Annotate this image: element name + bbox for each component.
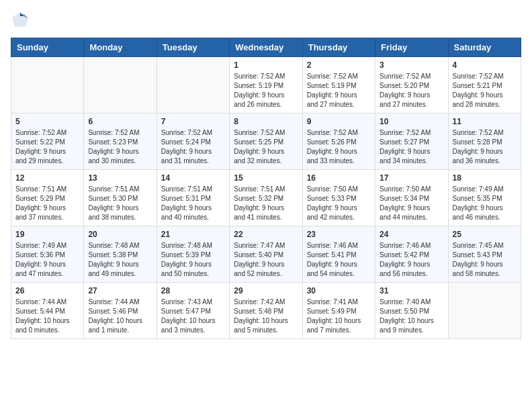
day-info: Sunrise: 7:52 AM Sunset: 5:26 PM Dayligh…: [307, 128, 371, 166]
day-number: 8: [234, 117, 298, 126]
day-info: Sunrise: 7:51 AM Sunset: 5:32 PM Dayligh…: [234, 185, 298, 222]
logo: [11, 11, 34, 30]
calendar-cell: 1Sunrise: 7:52 AM Sunset: 5:19 PM Daylig…: [230, 57, 302, 113]
calendar-cell: 4Sunrise: 7:52 AM Sunset: 5:21 PM Daylig…: [448, 57, 521, 113]
calendar-cell: 7Sunrise: 7:52 AM Sunset: 5:24 PM Daylig…: [157, 113, 229, 170]
day-number: 19: [15, 230, 79, 239]
calendar-cell: 8Sunrise: 7:52 AM Sunset: 5:25 PM Daylig…: [230, 113, 302, 170]
day-info: Sunrise: 7:51 AM Sunset: 5:31 PM Dayligh…: [161, 185, 225, 222]
day-info: Sunrise: 7:44 AM Sunset: 5:44 PM Dayligh…: [15, 298, 79, 335]
day-number: 1: [234, 60, 298, 70]
day-number: 22: [234, 230, 298, 239]
day-number: 7: [161, 117, 225, 126]
day-number: 5: [15, 117, 79, 126]
day-info: Sunrise: 7:52 AM Sunset: 5:27 PM Dayligh…: [380, 128, 443, 166]
day-info: Sunrise: 7:52 AM Sunset: 5:21 PM Dayligh…: [453, 72, 517, 109]
day-info: Sunrise: 7:48 AM Sunset: 5:38 PM Dayligh…: [88, 241, 152, 279]
day-info: Sunrise: 7:52 AM Sunset: 5:23 PM Dayligh…: [88, 128, 152, 166]
day-info: Sunrise: 7:45 AM Sunset: 5:43 PM Dayligh…: [453, 241, 517, 279]
day-info: Sunrise: 7:41 AM Sunset: 5:49 PM Dayligh…: [307, 298, 371, 335]
day-info: Sunrise: 7:43 AM Sunset: 5:47 PM Dayligh…: [161, 298, 225, 335]
day-info: Sunrise: 7:51 AM Sunset: 5:30 PM Dayligh…: [88, 185, 152, 222]
day-number: 31: [380, 286, 443, 295]
day-number: 30: [307, 286, 371, 295]
day-number: 11: [453, 117, 517, 126]
page-header: [11, 11, 521, 30]
calendar-cell: 14Sunrise: 7:51 AM Sunset: 5:31 PM Dayli…: [157, 170, 229, 226]
calendar-header-row: SundayMondayTuesdayWednesdayThursdayFrid…: [11, 38, 521, 57]
day-info: Sunrise: 7:52 AM Sunset: 5:28 PM Dayligh…: [453, 128, 517, 166]
day-number: 4: [453, 60, 517, 70]
calendar-cell: 15Sunrise: 7:51 AM Sunset: 5:32 PM Dayli…: [230, 170, 302, 226]
calendar-day-header: Thursday: [302, 38, 375, 57]
day-number: 24: [380, 230, 443, 239]
day-info: Sunrise: 7:52 AM Sunset: 5:24 PM Dayligh…: [161, 128, 225, 166]
calendar-cell: 17Sunrise: 7:50 AM Sunset: 5:34 PM Dayli…: [375, 170, 448, 226]
day-info: Sunrise: 7:52 AM Sunset: 5:20 PM Dayligh…: [380, 72, 443, 109]
calendar-cell: 27Sunrise: 7:44 AM Sunset: 5:46 PM Dayli…: [84, 283, 157, 339]
day-info: Sunrise: 7:49 AM Sunset: 5:36 PM Dayligh…: [15, 241, 79, 279]
calendar-cell: 3Sunrise: 7:52 AM Sunset: 5:20 PM Daylig…: [375, 57, 448, 113]
calendar-day-header: Wednesday: [230, 38, 302, 57]
day-info: Sunrise: 7:49 AM Sunset: 5:35 PM Dayligh…: [453, 185, 517, 222]
calendar-day-header: Friday: [375, 38, 448, 57]
calendar-cell: 30Sunrise: 7:41 AM Sunset: 5:49 PM Dayli…: [302, 283, 375, 339]
calendar-day-header: Tuesday: [157, 38, 229, 57]
calendar-cell: 26Sunrise: 7:44 AM Sunset: 5:44 PM Dayli…: [11, 283, 84, 339]
day-number: 27: [88, 286, 152, 295]
day-number: 2: [307, 60, 371, 70]
calendar-day-header: Saturday: [448, 38, 521, 57]
day-number: 3: [380, 60, 443, 70]
day-number: 6: [88, 117, 152, 126]
day-info: Sunrise: 7:40 AM Sunset: 5:50 PM Dayligh…: [380, 298, 443, 335]
day-number: 9: [307, 117, 371, 126]
calendar-cell: 20Sunrise: 7:48 AM Sunset: 5:38 PM Dayli…: [84, 226, 157, 283]
day-number: 17: [380, 173, 443, 183]
calendar-cell: 18Sunrise: 7:49 AM Sunset: 5:35 PM Dayli…: [448, 170, 521, 226]
calendar-cell: 25Sunrise: 7:45 AM Sunset: 5:43 PM Dayli…: [448, 226, 521, 283]
calendar-cell: 22Sunrise: 7:47 AM Sunset: 5:40 PM Dayli…: [230, 226, 302, 283]
day-info: Sunrise: 7:47 AM Sunset: 5:40 PM Dayligh…: [234, 241, 298, 279]
day-info: Sunrise: 7:46 AM Sunset: 5:42 PM Dayligh…: [380, 241, 443, 279]
day-number: 15: [234, 173, 298, 183]
day-number: 26: [15, 286, 79, 295]
day-info: Sunrise: 7:46 AM Sunset: 5:41 PM Dayligh…: [307, 241, 371, 279]
day-info: Sunrise: 7:48 AM Sunset: 5:39 PM Dayligh…: [161, 241, 225, 279]
day-number: 13: [88, 173, 152, 183]
calendar-week-row: 12Sunrise: 7:51 AM Sunset: 5:29 PM Dayli…: [11, 170, 521, 226]
day-info: Sunrise: 7:52 AM Sunset: 5:22 PM Dayligh…: [15, 128, 79, 166]
day-number: 28: [161, 286, 225, 295]
calendar-table: SundayMondayTuesdayWednesdayThursdayFrid…: [11, 38, 521, 339]
calendar-cell: 21Sunrise: 7:48 AM Sunset: 5:39 PM Dayli…: [157, 226, 229, 283]
calendar-cell: [84, 57, 157, 113]
calendar-cell: 23Sunrise: 7:46 AM Sunset: 5:41 PM Dayli…: [302, 226, 375, 283]
calendar-week-row: 19Sunrise: 7:49 AM Sunset: 5:36 PM Dayli…: [11, 226, 521, 283]
calendar-cell: 31Sunrise: 7:40 AM Sunset: 5:50 PM Dayli…: [375, 283, 448, 339]
day-number: 23: [307, 230, 371, 239]
logo-icon: [11, 11, 30, 30]
calendar-cell: 9Sunrise: 7:52 AM Sunset: 5:26 PM Daylig…: [302, 113, 375, 170]
day-info: Sunrise: 7:44 AM Sunset: 5:46 PM Dayligh…: [88, 298, 152, 335]
day-number: 10: [380, 117, 443, 126]
calendar-cell: 28Sunrise: 7:43 AM Sunset: 5:47 PM Dayli…: [157, 283, 229, 339]
calendar-cell: 5Sunrise: 7:52 AM Sunset: 5:22 PM Daylig…: [11, 113, 84, 170]
calendar-cell: 13Sunrise: 7:51 AM Sunset: 5:30 PM Dayli…: [84, 170, 157, 226]
day-number: 21: [161, 230, 225, 239]
day-info: Sunrise: 7:52 AM Sunset: 5:25 PM Dayligh…: [234, 128, 298, 166]
day-info: Sunrise: 7:52 AM Sunset: 5:19 PM Dayligh…: [234, 72, 298, 109]
calendar-cell: 19Sunrise: 7:49 AM Sunset: 5:36 PM Dayli…: [11, 226, 84, 283]
calendar-week-row: 5Sunrise: 7:52 AM Sunset: 5:22 PM Daylig…: [11, 113, 521, 170]
day-number: 12: [15, 173, 79, 183]
day-info: Sunrise: 7:51 AM Sunset: 5:29 PM Dayligh…: [15, 185, 79, 222]
day-number: 18: [453, 173, 517, 183]
day-number: 14: [161, 173, 225, 183]
calendar-cell: [11, 57, 84, 113]
calendar-week-row: 26Sunrise: 7:44 AM Sunset: 5:44 PM Dayli…: [11, 283, 521, 339]
calendar-cell: 10Sunrise: 7:52 AM Sunset: 5:27 PM Dayli…: [375, 113, 448, 170]
calendar-cell: 6Sunrise: 7:52 AM Sunset: 5:23 PM Daylig…: [84, 113, 157, 170]
day-number: 25: [453, 230, 517, 239]
day-number: 16: [307, 173, 371, 183]
calendar-cell: 16Sunrise: 7:50 AM Sunset: 5:33 PM Dayli…: [302, 170, 375, 226]
calendar-cell: [448, 283, 521, 339]
calendar-day-header: Monday: [84, 38, 157, 57]
